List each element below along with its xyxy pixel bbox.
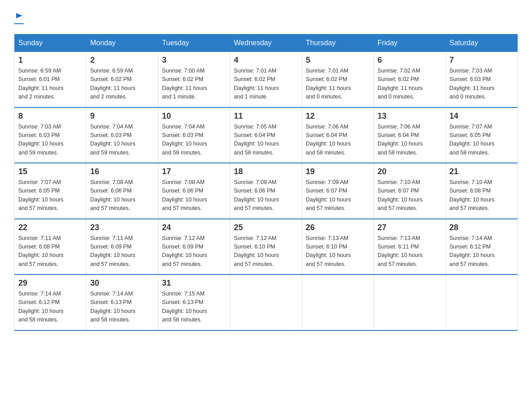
sunrise-text: Sunrise: 7:13 AMSunset: 6:10 PMDaylight:… (306, 235, 351, 267)
day-number: 20 (378, 167, 442, 176)
day-info: Sunrise: 7:11 AMSunset: 6:09 PMDaylight:… (90, 234, 154, 269)
logo-blue-text (14, 23, 24, 25)
day-number: 24 (162, 223, 226, 232)
calendar-week-row: 1Sunrise: 6:59 AMSunset: 6:01 PMDaylight… (15, 52, 518, 107)
col-header-sunday: Sunday (15, 34, 86, 52)
calendar-day-cell: 11Sunrise: 7:05 AMSunset: 6:04 PMDayligh… (230, 107, 302, 163)
calendar-day-cell: 19Sunrise: 7:09 AMSunset: 6:07 PMDayligh… (302, 163, 373, 219)
sunrise-text: Sunrise: 7:09 AMSunset: 6:07 PMDaylight:… (306, 179, 351, 211)
sunrise-text: Sunrise: 7:14 AMSunset: 6:12 PMDaylight:… (18, 291, 64, 323)
calendar-day-cell: 23Sunrise: 7:11 AMSunset: 6:09 PMDayligh… (86, 219, 158, 275)
calendar-week-row: 29Sunrise: 7:14 AMSunset: 6:12 PMDayligh… (15, 274, 518, 330)
sunrise-text: Sunrise: 7:04 AMSunset: 6:03 PMDaylight:… (162, 124, 207, 156)
day-info: Sunrise: 7:07 AMSunset: 6:05 PMDaylight:… (18, 178, 82, 213)
sunrise-text: Sunrise: 7:02 AMSunset: 6:02 PMDaylight:… (378, 68, 423, 100)
day-info: Sunrise: 7:09 AMSunset: 6:06 PMDaylight:… (234, 178, 298, 213)
day-number: 11 (234, 111, 298, 121)
sunrise-text: Sunrise: 7:15 AMSunset: 6:13 PMDaylight:… (162, 291, 207, 323)
day-info: Sunrise: 7:15 AMSunset: 6:13 PMDaylight:… (162, 290, 226, 325)
calendar-header-row: SundayMondayTuesdayWednesdayThursdayFrid… (15, 34, 518, 52)
sunrise-text: Sunrise: 7:13 AMSunset: 6:11 PMDaylight:… (378, 235, 423, 267)
calendar-empty-cell (374, 274, 446, 330)
calendar-day-cell: 20Sunrise: 7:10 AMSunset: 6:07 PMDayligh… (374, 163, 446, 219)
sunrise-text: Sunrise: 7:10 AMSunset: 6:08 PMDaylight:… (450, 179, 495, 211)
sunrise-text: Sunrise: 7:01 AMSunset: 6:02 PMDaylight:… (234, 68, 279, 100)
day-number: 26 (306, 223, 370, 232)
calendar-day-cell: 6Sunrise: 7:02 AMSunset: 6:02 PMDaylight… (374, 52, 446, 107)
day-info: Sunrise: 7:03 AMSunset: 6:03 PMDaylight:… (450, 67, 514, 102)
day-info: Sunrise: 7:10 AMSunset: 6:07 PMDaylight:… (378, 178, 442, 213)
calendar-day-cell: 31Sunrise: 7:15 AMSunset: 6:13 PMDayligh… (158, 274, 230, 330)
day-info: Sunrise: 7:14 AMSunset: 6:12 PMDaylight:… (450, 234, 514, 269)
day-info: Sunrise: 6:59 AMSunset: 6:01 PMDaylight:… (18, 67, 82, 102)
calendar-empty-cell (230, 274, 302, 330)
calendar-day-cell: 2Sunrise: 6:59 AMSunset: 6:02 PMDaylight… (86, 52, 158, 107)
day-number: 2 (90, 56, 154, 65)
day-number: 9 (90, 111, 154, 121)
day-number: 8 (18, 111, 82, 121)
day-number: 1 (18, 56, 82, 65)
day-number: 18 (234, 167, 298, 176)
calendar-day-cell: 26Sunrise: 7:13 AMSunset: 6:10 PMDayligh… (302, 219, 373, 275)
day-info: Sunrise: 7:00 AMSunset: 6:02 PMDaylight:… (162, 67, 226, 102)
day-info: Sunrise: 7:13 AMSunset: 6:10 PMDaylight:… (306, 234, 370, 269)
day-info: Sunrise: 7:06 AMSunset: 6:04 PMDaylight:… (378, 123, 442, 158)
calendar-day-cell: 29Sunrise: 7:14 AMSunset: 6:12 PMDayligh… (15, 274, 86, 330)
sunrise-text: Sunrise: 7:05 AMSunset: 6:04 PMDaylight:… (234, 124, 279, 156)
day-info: Sunrise: 7:02 AMSunset: 6:02 PMDaylight:… (378, 67, 442, 102)
calendar-day-cell: 30Sunrise: 7:14 AMSunset: 6:13 PMDayligh… (86, 274, 158, 330)
col-header-monday: Monday (86, 34, 158, 52)
sunrise-text: Sunrise: 7:10 AMSunset: 6:07 PMDaylight:… (378, 179, 423, 211)
day-info: Sunrise: 7:08 AMSunset: 6:06 PMDaylight:… (90, 178, 154, 213)
col-header-wednesday: Wednesday (230, 34, 302, 52)
day-number: 7 (450, 56, 514, 65)
calendar-week-row: 8Sunrise: 7:03 AMSunset: 6:03 PMDaylight… (15, 107, 518, 163)
calendar-day-cell: 14Sunrise: 7:07 AMSunset: 6:05 PMDayligh… (446, 107, 517, 163)
day-number: 15 (18, 167, 82, 176)
sunrise-text: Sunrise: 7:06 AMSunset: 6:04 PMDaylight:… (306, 124, 351, 156)
sunrise-text: Sunrise: 7:12 AMSunset: 6:10 PMDaylight:… (234, 235, 279, 267)
day-number: 25 (234, 223, 298, 232)
day-number: 21 (450, 167, 514, 176)
col-header-tuesday: Tuesday (158, 34, 230, 52)
day-info: Sunrise: 7:04 AMSunset: 6:03 PMDaylight:… (90, 123, 154, 158)
day-info: Sunrise: 7:14 AMSunset: 6:13 PMDaylight:… (90, 290, 154, 325)
day-info: Sunrise: 7:01 AMSunset: 6:02 PMDaylight:… (306, 67, 370, 102)
sunrise-text: Sunrise: 7:04 AMSunset: 6:03 PMDaylight:… (90, 124, 135, 156)
day-number: 30 (90, 278, 154, 288)
calendar-day-cell: 12Sunrise: 7:06 AMSunset: 6:04 PMDayligh… (302, 107, 373, 163)
calendar-day-cell: 10Sunrise: 7:04 AMSunset: 6:03 PMDayligh… (158, 107, 230, 163)
day-info: Sunrise: 7:14 AMSunset: 6:12 PMDaylight:… (18, 290, 82, 325)
day-info: Sunrise: 7:12 AMSunset: 6:09 PMDaylight:… (162, 234, 226, 269)
day-info: Sunrise: 7:13 AMSunset: 6:11 PMDaylight:… (378, 234, 442, 269)
sunrise-text: Sunrise: 7:09 AMSunset: 6:06 PMDaylight:… (234, 179, 279, 211)
sunrise-text: Sunrise: 7:01 AMSunset: 6:02 PMDaylight:… (306, 68, 351, 100)
page-header (14, 11, 518, 25)
day-number: 17 (162, 167, 226, 176)
logo-flag-icon (15, 12, 23, 22)
day-info: Sunrise: 6:59 AMSunset: 6:02 PMDaylight:… (90, 67, 154, 102)
calendar-day-cell: 17Sunrise: 7:08 AMSunset: 6:06 PMDayligh… (158, 163, 230, 219)
day-number: 12 (306, 111, 370, 121)
sunrise-text: Sunrise: 7:14 AMSunset: 6:12 PMDaylight:… (450, 235, 495, 267)
calendar-day-cell: 15Sunrise: 7:07 AMSunset: 6:05 PMDayligh… (15, 163, 86, 219)
calendar-day-cell: 4Sunrise: 7:01 AMSunset: 6:02 PMDaylight… (230, 52, 302, 107)
col-header-saturday: Saturday (446, 34, 517, 52)
sunrise-text: Sunrise: 6:59 AMSunset: 6:01 PMDaylight:… (18, 68, 64, 100)
calendar-day-cell: 7Sunrise: 7:03 AMSunset: 6:03 PMDaylight… (446, 52, 517, 107)
day-number: 4 (234, 56, 298, 65)
day-info: Sunrise: 7:03 AMSunset: 6:03 PMDaylight:… (18, 123, 82, 158)
sunrise-text: Sunrise: 7:03 AMSunset: 6:03 PMDaylight:… (450, 68, 495, 100)
day-info: Sunrise: 7:08 AMSunset: 6:06 PMDaylight:… (162, 178, 226, 213)
sunrise-text: Sunrise: 7:14 AMSunset: 6:13 PMDaylight:… (90, 291, 135, 323)
calendar-table: SundayMondayTuesdayWednesdayThursdayFrid… (14, 34, 518, 331)
day-number: 31 (162, 278, 226, 288)
day-info: Sunrise: 7:06 AMSunset: 6:04 PMDaylight:… (306, 123, 370, 158)
sunrise-text: Sunrise: 7:03 AMSunset: 6:03 PMDaylight:… (18, 124, 64, 156)
sunrise-text: Sunrise: 7:07 AMSunset: 6:05 PMDaylight:… (450, 124, 495, 156)
day-info: Sunrise: 7:09 AMSunset: 6:07 PMDaylight:… (306, 178, 370, 213)
calendar-day-cell: 9Sunrise: 7:04 AMSunset: 6:03 PMDaylight… (86, 107, 158, 163)
day-number: 19 (306, 167, 370, 176)
col-header-thursday: Thursday (302, 34, 373, 52)
sunrise-text: Sunrise: 7:11 AMSunset: 6:09 PMDaylight:… (90, 235, 135, 267)
